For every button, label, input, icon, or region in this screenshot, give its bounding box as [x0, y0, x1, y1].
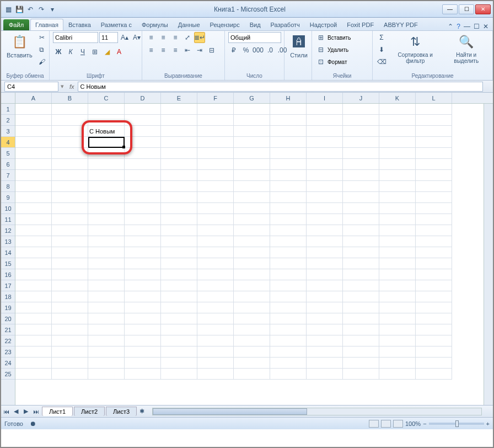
cell-L17[interactable] [416, 280, 452, 291]
cell-C6[interactable] [88, 159, 125, 170]
decrease-font-icon[interactable]: A▾ [131, 32, 142, 43]
percent-icon[interactable]: % [240, 45, 251, 56]
cell-H20[interactable] [270, 313, 307, 324]
doc-minimize-icon[interactable]: — [464, 23, 470, 30]
cell-L19[interactable] [416, 302, 452, 313]
new-sheet-icon[interactable]: ✱ [137, 407, 147, 417]
cell-I2[interactable] [307, 115, 343, 126]
align-left-icon[interactable]: ≡ [146, 45, 157, 56]
cell-F15[interactable] [197, 258, 234, 269]
cell-G14[interactable] [234, 247, 270, 258]
row-header-8[interactable]: 8 [1, 181, 15, 192]
cell-C12[interactable] [88, 225, 125, 236]
delete-cells-icon[interactable]: ⊟ [315, 44, 326, 55]
cell-G19[interactable] [234, 302, 270, 313]
cell-B19[interactable] [52, 302, 88, 313]
cell-F19[interactable] [197, 302, 234, 313]
border-button[interactable]: ⊞ [89, 46, 100, 57]
tab-foxit[interactable]: Foxit PDF [342, 19, 379, 30]
cell-G8[interactable] [234, 181, 270, 192]
cell-C3[interactable]: С Новым [88, 126, 125, 137]
cell-D7[interactable] [125, 170, 161, 181]
cell-L7[interactable] [416, 170, 452, 181]
cell-L15[interactable] [416, 258, 452, 269]
align-center-icon[interactable]: ≡ [158, 45, 169, 56]
cell-I6[interactable] [307, 159, 343, 170]
cell-A24[interactable] [15, 358, 52, 369]
insert-cells-label[interactable]: Вставить [327, 35, 351, 41]
row-header-19[interactable]: 19 [1, 302, 15, 313]
cell-J7[interactable] [343, 170, 379, 181]
cell-G24[interactable] [234, 358, 270, 369]
row-header-7[interactable]: 7 [1, 170, 15, 181]
cell-I8[interactable] [307, 181, 343, 192]
cell-G6[interactable] [234, 159, 270, 170]
horizontal-scrollbar[interactable] [152, 408, 482, 415]
fill-icon[interactable]: ⬇ [376, 44, 387, 55]
undo-icon[interactable]: ↶ [25, 4, 35, 14]
cell-J5[interactable] [343, 148, 379, 159]
cell-F6[interactable] [197, 159, 234, 170]
cell-E18[interactable] [161, 291, 197, 302]
cell-F4[interactable] [197, 137, 234, 148]
cell-I15[interactable] [307, 258, 343, 269]
cell-G23[interactable] [234, 346, 270, 358]
redo-icon[interactable]: ↷ [36, 4, 46, 14]
cell-H19[interactable] [270, 302, 307, 313]
cell-F14[interactable] [197, 247, 234, 258]
cell-D8[interactable] [125, 181, 161, 192]
cell-L18[interactable] [416, 291, 452, 302]
column-header-A[interactable]: A [15, 93, 52, 103]
cell-J9[interactable] [343, 192, 379, 203]
cell-B24[interactable] [52, 358, 88, 369]
cell-B10[interactable] [52, 203, 88, 214]
cell-L3[interactable] [416, 126, 452, 137]
cell-F25[interactable] [197, 369, 234, 380]
cell-C19[interactable] [88, 302, 125, 313]
cell-H6[interactable] [270, 159, 307, 170]
cell-H2[interactable] [270, 115, 307, 126]
cell-F10[interactable] [197, 203, 234, 214]
cell-C10[interactable] [88, 203, 125, 214]
cell-D20[interactable] [125, 313, 161, 324]
cell-C11[interactable] [88, 214, 125, 225]
cell-D18[interactable] [125, 291, 161, 302]
cell-H22[interactable] [270, 335, 307, 346]
column-header-E[interactable]: E [161, 93, 197, 103]
cell-B11[interactable] [52, 214, 88, 225]
cell-L25[interactable] [416, 369, 452, 380]
normal-view-icon[interactable] [369, 420, 379, 428]
font-size-selector[interactable]: 11 [99, 32, 118, 43]
cell-E22[interactable] [161, 335, 197, 346]
cell-F1[interactable] [197, 104, 234, 115]
cell-I16[interactable] [307, 269, 343, 280]
cell-G25[interactable] [234, 369, 270, 380]
cell-K2[interactable] [379, 115, 416, 126]
cell-I12[interactable] [307, 225, 343, 236]
cell-D22[interactable] [125, 335, 161, 346]
cell-A16[interactable] [15, 269, 52, 280]
cell-B21[interactable] [52, 324, 88, 335]
cell-C15[interactable] [88, 258, 125, 269]
tab-layout[interactable]: Разметка с [96, 19, 137, 30]
cell-A17[interactable] [15, 280, 52, 291]
zoom-slider[interactable] [429, 423, 484, 425]
cell-E9[interactable] [161, 192, 197, 203]
cell-D10[interactable] [125, 203, 161, 214]
cell-A18[interactable] [15, 291, 52, 302]
cell-L20[interactable] [416, 313, 452, 324]
cell-F22[interactable] [197, 335, 234, 346]
cell-H25[interactable] [270, 369, 307, 380]
align-right-icon[interactable]: ≡ [170, 45, 181, 56]
cell-C23[interactable] [88, 346, 125, 358]
cell-I11[interactable] [307, 214, 343, 225]
vertical-scrollbar[interactable] [484, 104, 493, 405]
cell-G1[interactable] [234, 104, 270, 115]
cell-C25[interactable] [88, 369, 125, 380]
qat-more-icon[interactable]: ▾ [47, 4, 57, 14]
row-header-22[interactable]: 22 [1, 335, 15, 346]
cell-A20[interactable] [15, 313, 52, 324]
cell-E24[interactable] [161, 358, 197, 369]
cell-G15[interactable] [234, 258, 270, 269]
cell-H24[interactable] [270, 358, 307, 369]
